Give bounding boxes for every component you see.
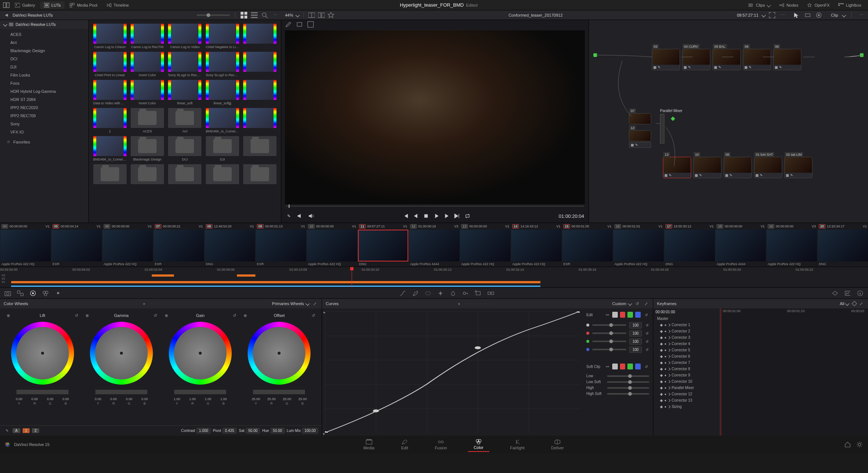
kf-lock-icon[interactable]: ●	[664, 374, 666, 377]
gallery-tab[interactable]: Gallery	[11, 1, 39, 9]
auto-balance-icon[interactable]: ✎	[4, 428, 10, 434]
lut-preset-cell[interactable]: 1	[93, 108, 127, 133]
reset-icon[interactable]: ↺	[153, 312, 158, 319]
color-wheel-control[interactable]	[11, 322, 74, 385]
clips-tab[interactable]: Clips	[745, 1, 774, 9]
zoom-percent[interactable]: 44%	[285, 13, 293, 17]
wheel-master-slider[interactable]	[95, 390, 147, 394]
clip-thumbnail[interactable]: 1500:00:01:05V1EXR	[562, 223, 613, 267]
lut-folder-cell[interactable]	[205, 164, 239, 186]
keyframe-tree-item[interactable]: ◆●Corrector 4	[653, 341, 720, 347]
hue-value[interactable]: 50.00	[271, 428, 285, 433]
lut-preset-cell[interactable]	[243, 80, 277, 105]
lightbox-tab[interactable]: Lightbox	[835, 1, 865, 9]
kf-diamond-icon[interactable]: ◆	[660, 379, 663, 384]
parallel-mixer-handle[interactable]	[670, 116, 676, 122]
reset-icon[interactable]: ↺	[232, 312, 237, 319]
expand-icon[interactable]: ⤢	[311, 300, 318, 307]
lut-preset-cell[interactable]: Sony SLog3 to Rec709	[205, 52, 239, 77]
viewer-scrubber[interactable]	[286, 206, 584, 207]
curves-intensity-value[interactable]: 100	[629, 347, 642, 353]
wheels-mode[interactable]: Primaries Wheels	[272, 301, 304, 306]
kf-diamond-icon[interactable]: ◆	[660, 392, 663, 396]
lut-folder-item[interactable]: Arri	[0, 38, 88, 47]
play-icon[interactable]	[433, 213, 439, 219]
clip-thumbnail[interactable]: 0600:00:00:00V1Apple ProRes 422 HQ	[102, 223, 153, 267]
viewer-full-icon[interactable]	[307, 21, 314, 28]
color-wheel-control[interactable]	[248, 322, 311, 385]
wheel-value[interactable]: 25.00	[295, 397, 310, 401]
last-frame-icon[interactable]	[454, 213, 460, 219]
wheel-value[interactable]: 1.00	[169, 397, 185, 401]
softclip-slider[interactable]	[607, 393, 649, 395]
wheel-value[interactable]: 25.00	[264, 397, 279, 401]
clip-thumbnail[interactable]: 1000:00:00:00V1Apple ProRes 422 HQ	[306, 223, 358, 267]
keyframe-tree-item[interactable]: ◆●Corrector 6	[653, 353, 720, 359]
wheel-value[interactable]: 0.00	[137, 397, 153, 401]
wheel-value[interactable]: 25.00	[248, 397, 264, 401]
graph-input[interactable]	[593, 53, 597, 57]
lut-preset-cell[interactable]: Invert Color	[130, 52, 164, 77]
color-wheels-icon[interactable]	[30, 290, 36, 297]
lut-preset-cell[interactable]	[243, 24, 277, 49]
luts-tab[interactable]: LUTs	[40, 1, 64, 9]
node-options-icon[interactable]: ⋯	[858, 12, 864, 18]
wheel-master-slider[interactable]	[174, 390, 226, 394]
keyframe-tree-item[interactable]: ◆●Corrector 2	[653, 328, 720, 334]
info-icon[interactable]	[857, 290, 864, 297]
lut-folder-cell[interactable]: ACES	[130, 108, 164, 133]
wheel-picker-icon[interactable]: ⊕	[6, 312, 11, 319]
kf-lock-icon[interactable]: ●	[664, 386, 666, 390]
curves-intensity-value[interactable]: 100	[629, 322, 642, 328]
kf-diamond-icon[interactable]: ◆	[660, 329, 663, 333]
search-icon[interactable]	[261, 12, 268, 18]
mini-audio[interactable]	[11, 286, 540, 287]
lut-folder-cell[interactable]	[243, 164, 277, 186]
keyframe-tree-item[interactable]: ◆●Corrector 12	[653, 391, 720, 397]
lut-preset-cell[interactable]: BMD46K_to_Comet_...	[205, 108, 239, 133]
lut-folder-item[interactable]: Foos	[0, 79, 88, 87]
clip-thumbnail[interactable]: 0900:00:01:13V1EXR	[255, 223, 306, 267]
lummix-value[interactable]: 100.00	[302, 428, 318, 433]
kf-master[interactable]: Master	[653, 315, 720, 322]
volume-icon[interactable]	[308, 213, 314, 219]
wheel-value[interactable]: 1.00	[200, 397, 216, 401]
lut-folder-item[interactable]: HDR Hybrid Log-Gamma	[0, 87, 88, 95]
openfx-tab[interactable]: OpenFX	[803, 1, 833, 9]
lut-preset-cell[interactable]: Canon Log to Video	[168, 24, 202, 49]
curves-intensity-slider[interactable]	[592, 332, 626, 334]
color-node[interactable]: 10▦✎	[693, 157, 721, 178]
color-node[interactable]: 04 CURV▦✎	[682, 49, 710, 70]
kf-diamond-icon[interactable]: ◆	[660, 323, 663, 327]
lut-preset-cell[interactable]: Cintel Negative to Lin...	[205, 24, 239, 49]
list-view-icon[interactable]	[251, 12, 258, 18]
lut-favorites[interactable]: ☆ Favorites	[0, 138, 88, 146]
wheel-picker-icon[interactable]: ⊕	[242, 312, 248, 319]
kf-lock-icon[interactable]: ●	[664, 355, 666, 358]
color-node[interactable]: 06▦✎	[773, 49, 801, 70]
wheel-value[interactable]: 25.00	[279, 397, 295, 401]
expand-icon[interactable]: ⤢	[643, 300, 649, 307]
prev-frame-icon[interactable]	[413, 213, 419, 219]
wheel-master-slider[interactable]	[17, 390, 68, 394]
node-clip-label[interactable]: Clip	[831, 13, 838, 17]
keyframe-tree-item[interactable]: ◆●Corrector 7	[653, 359, 720, 366]
channel-r-button[interactable]	[620, 312, 626, 318]
lut-folder-item[interactable]: ACES	[0, 30, 88, 38]
kf-lock-icon[interactable]: ●	[664, 405, 666, 409]
keyframe-tree-item[interactable]: ◆●Parallel Mixer	[653, 385, 720, 391]
channel-b-button[interactable]	[635, 312, 641, 318]
page-tab-media[interactable]: Media	[358, 437, 381, 452]
wheel-value[interactable]: 0.00	[58, 397, 74, 401]
grid-view-icon[interactable]	[241, 12, 247, 18]
wheel-value[interactable]: 0.00	[121, 397, 137, 401]
lut-folder-cell[interactable]: DCI	[168, 136, 202, 161]
node-07[interactable]: 07	[629, 113, 651, 124]
lut-folder-cell[interactable]	[243, 136, 277, 161]
softclip-y-button[interactable]	[612, 364, 618, 369]
picker-icon[interactable]	[285, 21, 292, 28]
split-icon[interactable]	[318, 12, 325, 18]
channel-g-button[interactable]	[627, 312, 633, 318]
reset-icon[interactable]: ↺	[643, 363, 649, 370]
reset-icon[interactable]: ↺	[643, 311, 649, 318]
